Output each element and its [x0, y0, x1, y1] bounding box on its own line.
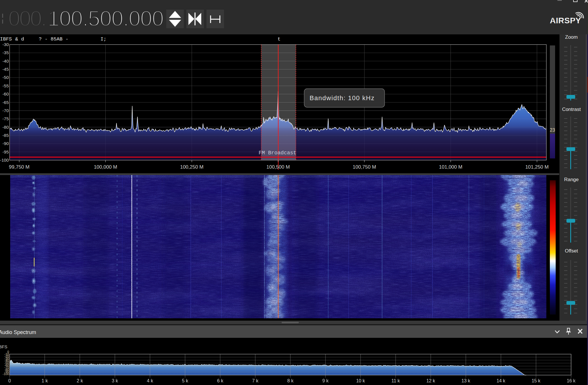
svg-text:15 k: 15 k	[532, 378, 541, 383]
svg-text:100,750 M: 100,750 M	[353, 164, 376, 170]
svg-text:000.: 000.	[8, 6, 47, 31]
svg-text:101,000 M: 101,000 M	[439, 164, 462, 170]
svg-text:100,000 M: 100,000 M	[94, 164, 117, 170]
svg-text:1 k: 1 k	[42, 378, 48, 383]
svg-text:6 k: 6 k	[217, 378, 223, 383]
svg-text:9 k: 9 k	[322, 378, 329, 383]
svg-text:-50: -50	[2, 75, 9, 80]
svg-text:3 k: 3 k	[112, 378, 118, 383]
svg-text:t: t	[278, 36, 280, 42]
svg-text:-100: -100	[0, 158, 9, 163]
svg-text:Bandwidth: 100 kHz: Bandwidth: 100 kHz	[310, 94, 374, 102]
svg-text:-45: -45	[2, 67, 9, 72]
svg-text:99,750 M: 99,750 M	[9, 164, 30, 170]
svg-text:-30: -30	[2, 42, 9, 47]
svg-text:FM Broadcast: FM Broadcast	[259, 150, 296, 156]
svg-text:-100: -100	[3, 372, 9, 376]
svg-text:0: 0	[8, 378, 11, 383]
svg-text:101,250 M: 101,250 M	[525, 164, 549, 170]
svg-text:23: 23	[550, 128, 555, 133]
svg-text:8 k: 8 k	[287, 378, 294, 383]
svg-text:I;: I;	[100, 36, 106, 42]
svg-text:10 k: 10 k	[356, 378, 365, 383]
svg-text:7 k: 7 k	[252, 378, 259, 383]
svg-text:Zoom: Zoom	[565, 34, 578, 40]
svg-text:11 k: 11 k	[391, 378, 400, 383]
svg-text:IBFS: IBFS	[0, 36, 12, 42]
svg-text:-95: -95	[2, 149, 9, 154]
svg-text:-90: -90	[2, 141, 9, 146]
svg-text:-70: -70	[2, 108, 9, 113]
svg-text:5 k: 5 k	[182, 378, 188, 383]
svg-text:100,250 M: 100,250 M	[180, 164, 203, 170]
svg-text:-55: -55	[2, 83, 9, 88]
svg-text:4 k: 4 k	[147, 378, 153, 383]
svg-text:-60: -60	[2, 91, 9, 96]
svg-text:Offset: Offset	[565, 248, 578, 254]
svg-text:AIRSPY: AIRSPY	[550, 16, 581, 25]
svg-text:14 k: 14 k	[497, 378, 506, 383]
svg-text:-35: -35	[2, 50, 9, 55]
svg-text:-75: -75	[2, 116, 9, 121]
svg-text:Range: Range	[564, 177, 579, 182]
svg-text:100,500 M: 100,500 M	[266, 164, 290, 170]
svg-text:2 k: 2 k	[77, 378, 83, 383]
svg-text:Audio Spectrum: Audio Spectrum	[0, 329, 36, 335]
svg-text:-85: -85	[2, 133, 9, 138]
svg-text:13 k: 13 k	[461, 378, 470, 383]
svg-text:16 k: 16 k	[567, 378, 576, 383]
svg-text:-65: -65	[2, 100, 9, 105]
svg-text:12 k: 12 k	[426, 378, 435, 383]
svg-text:& d: & d	[15, 36, 24, 42]
svg-text:? - 85AB -: ? - 85AB -	[39, 36, 68, 42]
svg-text:-40: -40	[2, 59, 9, 63]
svg-text:-80: -80	[2, 125, 9, 130]
svg-text:100.500.000: 100.500.000	[47, 6, 164, 31]
svg-text:BFS: BFS	[0, 344, 7, 349]
svg-text:Contrast: Contrast	[562, 107, 581, 112]
